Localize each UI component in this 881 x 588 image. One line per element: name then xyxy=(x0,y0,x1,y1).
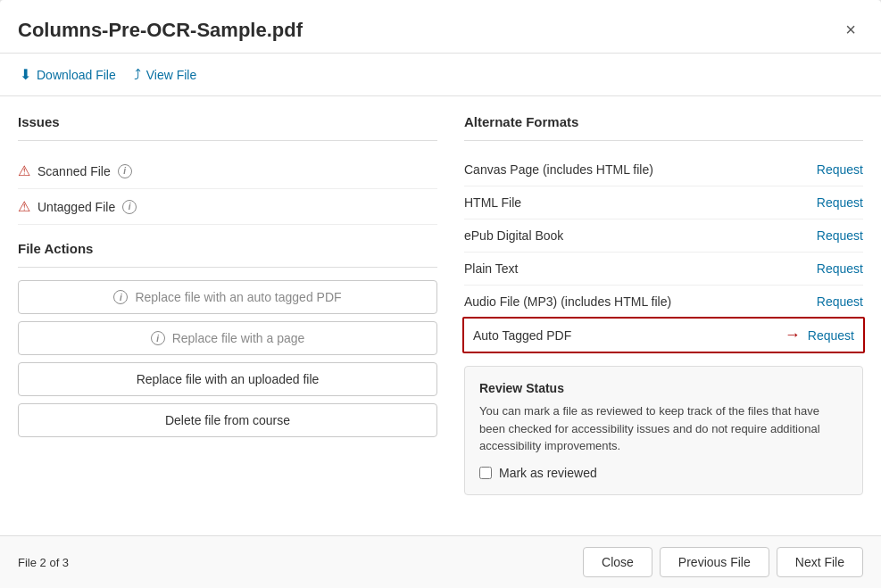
auto-tagged-pdf-request[interactable]: Request xyxy=(808,328,854,343)
issues-title: Issues xyxy=(18,114,437,129)
epub-label: ePub Digital Book xyxy=(464,228,563,243)
left-panel: Issues ⚠ Scanned File i ⚠ Untagged File … xyxy=(18,114,437,518)
close-button[interactable]: Close xyxy=(583,547,652,577)
delete-file-button[interactable]: Delete file from course xyxy=(18,403,437,437)
plain-text-label: Plain Text xyxy=(464,261,518,276)
toolbar: ⬇ Download File ⤴ View File xyxy=(0,54,881,96)
html-file-request[interactable]: Request xyxy=(817,195,863,210)
download-file-button[interactable]: ⬇ Download File xyxy=(18,62,118,87)
review-status-box: Review Status You can mark a file as rev… xyxy=(464,366,863,495)
download-file-label: Download File xyxy=(37,68,116,82)
close-icon[interactable]: × xyxy=(838,16,863,44)
alternate-formats-section: Alternate Formats Canvas Page (includes … xyxy=(464,114,863,353)
auto-tag-info-icon: i xyxy=(113,290,128,304)
format-row-canvas-page: Canvas Page (includes HTML file) Request xyxy=(464,153,863,186)
download-icon: ⬇ xyxy=(20,66,31,83)
untagged-warning-icon: ⚠ xyxy=(18,198,30,215)
canvas-page-request[interactable]: Request xyxy=(817,162,863,177)
mark-as-reviewed-row: Mark as reviewed xyxy=(479,466,848,480)
untagged-file-issue: ⚠ Untagged File i xyxy=(18,189,437,225)
delete-file-label: Delete file from course xyxy=(165,413,290,427)
html-file-label: HTML File xyxy=(464,195,521,210)
file-counter: File 2 of 3 xyxy=(18,556,69,569)
previous-file-button[interactable]: Previous File xyxy=(660,547,769,577)
replace-page-label: Replace file with a page xyxy=(172,331,305,345)
issues-divider xyxy=(18,140,437,141)
format-row-audio-mp3: Audio File (MP3) (includes HTML file) Re… xyxy=(464,286,863,319)
replace-upload-button[interactable]: Replace file with an uploaded file xyxy=(18,362,437,396)
view-icon: ⤴ xyxy=(134,67,141,83)
auto-tag-label: Replace file with an auto tagged PDF xyxy=(135,290,341,304)
plain-text-request[interactable]: Request xyxy=(817,261,863,276)
next-file-button[interactable]: Next File xyxy=(777,547,863,577)
modal: Columns-Pre-OCR-Sample.pdf × ⬇ Download … xyxy=(0,0,881,588)
canvas-page-label: Canvas Page (includes HTML file) xyxy=(464,162,653,177)
mark-as-reviewed-label[interactable]: Mark as reviewed xyxy=(499,466,597,480)
footer-buttons: Close Previous File Next File xyxy=(583,547,863,577)
review-status-text: You can mark a file as reviewed to keep … xyxy=(479,402,848,455)
replace-page-info-icon: i xyxy=(151,331,165,345)
file-actions-divider xyxy=(18,267,437,268)
modal-body: Issues ⚠ Scanned File i ⚠ Untagged File … xyxy=(0,96,881,535)
modal-header: Columns-Pre-OCR-Sample.pdf × xyxy=(0,0,881,54)
alternate-formats-divider xyxy=(464,140,863,141)
replace-page-button[interactable]: i Replace file with a page xyxy=(18,321,437,355)
modal-title: Columns-Pre-OCR-Sample.pdf xyxy=(18,19,303,42)
epub-request[interactable]: Request xyxy=(817,228,863,243)
format-row-auto-tagged-pdf: Auto Tagged PDF → Request xyxy=(462,317,865,353)
file-actions-title: File Actions xyxy=(18,241,437,256)
format-row-epub: ePub Digital Book Request xyxy=(464,219,863,253)
audio-mp3-request[interactable]: Request xyxy=(817,294,863,309)
scanned-file-label: Scanned File xyxy=(37,164,111,178)
scanned-warning-icon: ⚠ xyxy=(18,162,30,179)
audio-mp3-label: Audio File (MP3) (includes HTML file) xyxy=(464,294,671,309)
view-file-button[interactable]: ⤴ View File xyxy=(132,63,199,87)
right-panel: Alternate Formats Canvas Page (includes … xyxy=(464,114,863,518)
auto-tag-button[interactable]: i Replace file with an auto tagged PDF xyxy=(18,280,437,314)
untagged-file-label: Untagged File xyxy=(37,200,115,214)
alternate-formats-title: Alternate Formats xyxy=(464,114,863,129)
review-status-title: Review Status xyxy=(479,381,848,395)
scanned-info-icon[interactable]: i xyxy=(118,164,132,178)
file-actions-section: File Actions i Replace file with an auto… xyxy=(18,241,437,437)
format-row-plain-text: Plain Text Request xyxy=(464,253,863,286)
view-file-label: View File xyxy=(146,68,197,82)
auto-tagged-pdf-label: Auto Tagged PDF xyxy=(473,328,571,343)
untagged-info-icon[interactable]: i xyxy=(122,200,137,214)
format-row-html-file: HTML File Request xyxy=(464,186,863,219)
replace-upload-label: Replace file with an uploaded file xyxy=(137,372,320,386)
mark-as-reviewed-checkbox[interactable] xyxy=(479,467,492,479)
modal-footer: File 2 of 3 Close Previous File Next Fil… xyxy=(0,535,881,588)
arrow-icon: → xyxy=(785,326,801,344)
scanned-file-issue: ⚠ Scanned File i xyxy=(18,153,437,189)
